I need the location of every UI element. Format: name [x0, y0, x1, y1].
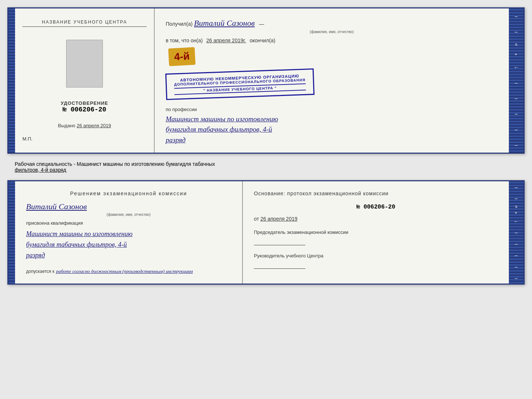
cert-mp: М.П.	[22, 136, 32, 142]
chairman-sig-line	[254, 245, 305, 245]
work-specialty-bar: Рабочая специальность - Машинист машины …	[7, 158, 525, 176]
work-specialty-underline: фильтров, 4-й разряд	[15, 167, 66, 173]
protocol-date: от 26 апреля 2019	[254, 216, 498, 222]
recipient-block: Получил(а) Виталий Сазонов — (фамилия, и…	[166, 16, 498, 34]
qual-value-line3: разряд	[26, 250, 231, 261]
qual-value-line1: Машинист машины по изготовлению	[26, 229, 231, 239]
chairman-block: Председатель экзаменационной комиссии	[254, 229, 498, 245]
director-sig-line	[254, 268, 305, 269]
bottom-edge-dash-1: –	[515, 184, 518, 190]
certificate-top: НАЗВАНИЕ УЧЕБНОГО ЦЕНТРА УДОСТОВЕРЕНИЕ №…	[7, 7, 525, 154]
admitted-value: работе согласно должностным (производств…	[56, 268, 193, 274]
bottom-edge-dash-8: –	[515, 275, 518, 281]
cert-number: № 006206-20	[61, 106, 108, 113]
profession-value-line1: Машинист машины по изготовлению	[166, 114, 498, 125]
profession-block: по профессии Машинист машины по изготовл…	[166, 107, 498, 146]
bottom-person-block: Виталий Сазонов (фамилия, имя, отчество)	[26, 202, 231, 217]
page-wrapper: НАЗВАНИЕ УЧЕБНОГО ЦЕНТРА УДОСТОВЕРЕНИЕ №…	[7, 7, 525, 285]
profession-value-line3: разряд	[166, 135, 498, 146]
org-stamp-block: АВТОНОМНУЮ НЕКОММЕРЧЕСКУЮ ОРГАНИЗАЦИЮ ДО…	[165, 68, 314, 100]
bottom-spine-left	[8, 181, 15, 284]
admitted-label: допускается к	[26, 269, 54, 274]
bottom-edge-dash-6: –	[515, 252, 518, 258]
bottom-right-panel: Основание: протокол экзаменационной коми…	[243, 181, 509, 284]
bottom-edge-dash-4: –	[515, 229, 518, 235]
edge-dash-4: –	[515, 80, 518, 86]
cert-right-edge: – – И а ← – – – – –	[509, 8, 524, 153]
edge-dash-6: –	[515, 111, 518, 117]
edge-dash-5: –	[515, 95, 518, 101]
admitted-block: допускается к работе согласно должностны…	[26, 268, 231, 274]
bottom-edge-dash-2: –	[515, 195, 518, 201]
cert-photo-placeholder	[66, 40, 103, 88]
profession-value-line2: бумагидля табачных фильтров, 4-й	[166, 124, 498, 135]
edge-dash-7: –	[515, 127, 518, 132]
cert-issued-date: 26 апреля 2019	[77, 123, 111, 128]
bottom-person-caption: (фамилия, имя, отчество)	[26, 213, 231, 217]
basis-label: Основание: протокол экзаменационной коми…	[254, 190, 498, 196]
bottom-docs: Решением экзаменационной комиссии Витали…	[7, 180, 525, 285]
chairman-label: Председатель экзаменационной комиссии	[254, 229, 498, 236]
certify-date: 26 апреля 2019г.	[206, 38, 246, 43]
year-badge-row: 4-й	[166, 48, 498, 65]
qual-value-line2: бумагидля табачных фильтров, 4-й	[26, 239, 231, 250]
decision-title: Решением экзаменационной комиссии	[26, 190, 231, 196]
cert-left-inner: НАЗВАНИЕ УЧЕБНОГО ЦЕНТРА УДОСТОВЕРЕНИЕ №…	[22, 19, 147, 142]
bottom-edge-dash-3: ←	[514, 218, 519, 224]
edge-dash-3: ←	[514, 64, 519, 70]
assigned-qual-label: присвоена квалификация	[26, 220, 231, 226]
bottom-person-name: Виталий Сазонов	[26, 202, 231, 211]
protocol-date-value: 26 апреля 2019	[260, 216, 298, 222]
cert-number-block: УДОСТОВЕРЕНИЕ № 006206-20	[61, 100, 108, 113]
cert-right-panel: Получил(а) Виталий Сазонов — (фамилия, и…	[155, 8, 509, 153]
udost-label: УДОСТОВЕРЕНИЕ	[61, 100, 108, 106]
cert-title-block: НАЗВАНИЕ УЧЕБНОГО ЦЕНТРА	[22, 19, 147, 32]
work-specialty-text: Рабочая специальность - Машинист машины …	[15, 161, 215, 167]
certify-line: в том, что он(а) 26 апреля 2019г. окончи…	[166, 38, 498, 43]
director-block: Руководитель учебного Центра	[254, 253, 498, 269]
edge-text-a: а	[514, 53, 518, 56]
training-center-label: НАЗВАНИЕ УЧЕБНОГО ЦЕНТРА	[22, 19, 147, 27]
bottom-edge-text-a: а	[514, 212, 518, 214]
cert-issued-block: Выдано 26 апреля 2019	[58, 122, 111, 129]
edge-text-i: И	[514, 43, 518, 46]
bottom-edge-text-i: И	[514, 206, 518, 208]
year-badge: 4-й	[168, 47, 196, 66]
recipient-prefix: Получил(а) Виталий Сазонов —	[166, 21, 264, 27]
director-label: Руководитель учебного Центра	[254, 253, 498, 259]
bottom-edge-dash-7: –	[515, 264, 518, 270]
bottom-right-edge: – – И а ← – – – – –	[509, 181, 524, 284]
edge-dash-1: –	[515, 13, 518, 19]
edge-dash-2: –	[515, 29, 518, 35]
protocol-number: № 006206-20	[254, 204, 498, 210]
bottom-left-panel: Решением экзаменационной комиссии Витали…	[15, 181, 243, 284]
recipient-name: Виталий Сазонов	[194, 18, 255, 28]
cert-left-panel: НАЗВАНИЕ УЧЕБНОГО ЦЕНТРА УДОСТОВЕРЕНИЕ №…	[15, 8, 155, 153]
edge-dash-8: –	[515, 142, 518, 148]
profession-label: по профессии	[166, 107, 498, 112]
bottom-edge-dash-5: –	[515, 241, 518, 247]
cert-issued-label: Выдано 26 апреля 2019	[58, 123, 111, 128]
recipient-caption: (фамилия, имя, отчество)	[166, 30, 498, 34]
cert-spine-left	[8, 8, 15, 153]
